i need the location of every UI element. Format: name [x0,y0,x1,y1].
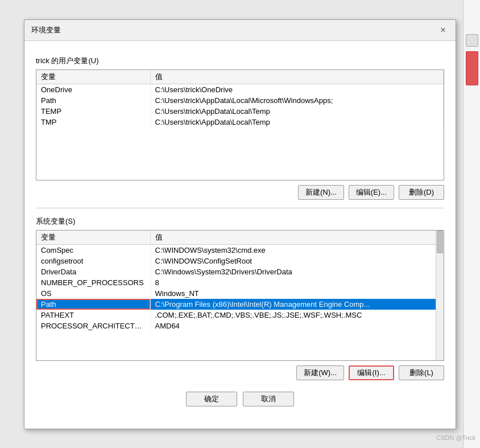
user-col-var: 变量 [36,70,150,84]
sys-var-cell: PROCESSOR_ARCHITECTURE [36,320,150,331]
backdrop: 环境变量 × trick 的用户变量(U) 变量 值 OneDriveC:\Us… [0,0,480,448]
sys-table-row[interactable]: OSWindows_NT [36,288,444,299]
sys-val-cell: C:\WINDOWS\system32\cmd.exe [150,244,444,256]
cancel-button[interactable]: 取消 [243,392,294,406]
footer-btn-row: 确定 取消 [36,392,444,406]
close-button[interactable]: × [437,24,449,36]
sys-table-row[interactable]: PathC:\Program Files (x86)\Intel\Intel(R… [36,299,444,310]
user-table: 变量 值 OneDriveC:\Users\trick\OneDrivePath… [36,70,444,128]
dialog-title: 环境变量 [31,25,61,35]
sys-table-scrollbar[interactable] [436,231,444,360]
sys-val-cell: C:\Windows\System32\Drivers\DriverData [150,266,444,277]
dialog-titlebar: 环境变量 × [24,20,456,41]
user-var-cell: Path [36,95,150,106]
sidebar [463,0,480,448]
user-val-cell: C:\Users\trick\AppData\Local\Microsoft\W… [150,95,444,106]
sys-delete-button[interactable]: 删除(L) [399,365,444,380]
dialog-body: trick 的用户变量(U) 变量 值 OneDriveC:\Users\tri… [24,41,456,416]
user-val-cell: C:\Users\trick\AppData\Local\Temp [150,106,444,117]
sys-scrollbar-thumb [437,231,443,253]
section-divider [36,208,444,208]
sys-var-cell: configsetroot [36,256,150,266]
sys-val-cell: AMD64 [150,320,444,331]
user-btn-row: 新建(N)... 编辑(E)... 删除(D) [36,185,444,200]
sys-val-cell: C:\Program Files (x86)\Intel\Intel(R) Ma… [150,299,444,310]
sys-table-row[interactable]: PATHEXT.COM;.EXE;.BAT;.CMD;.VBS;.VBE;.JS… [36,310,444,320]
sys-val-cell: C:\WINDOWS\ConfigSetRoot [150,256,444,266]
user-table-header: 变量 值 [36,70,444,84]
watermark: CSDN @Trick [436,434,475,441]
user-edit-button[interactable]: 编辑(E)... [349,185,394,200]
sys-new-button[interactable]: 新建(W)... [296,365,344,380]
sys-var-cell: ComSpec [36,244,150,256]
sys-table-row[interactable]: NUMBER_OF_PROCESSORS8 [36,277,444,288]
system-section-label: 系统变量(S) [36,216,444,227]
user-new-button[interactable]: 新建(N)... [298,185,344,200]
user-val-cell: C:\Users\trick\AppData\Local\Temp [150,117,444,128]
user-table-row[interactable]: PathC:\Users\trick\AppData\Local\Microso… [36,95,444,106]
user-delete-button[interactable]: 删除(D) [399,185,444,200]
sys-table-row[interactable]: PROCESSOR_ARCHITECTUREAMD64 [36,320,444,331]
user-val-cell: C:\Users\trick\OneDrive [150,84,444,95]
sys-col-var: 变量 [36,231,150,245]
sys-table-header: 变量 值 [36,231,444,245]
user-var-cell: OneDrive [36,84,150,95]
user-section-label: trick 的用户变量(U) [36,56,444,66]
side-btn-red [466,51,478,85]
sys-table-row[interactable]: ComSpecC:\WINDOWS\system32\cmd.exe [36,244,444,256]
user-table-row[interactable]: TMPC:\Users\trick\AppData\Local\Temp [36,117,444,128]
sys-var-cell: OS [36,288,150,299]
sys-var-cell: PATHEXT [36,310,150,320]
user-table-container: 变量 值 OneDriveC:\Users\trick\OneDrivePath… [36,69,444,180]
user-var-cell: TEMP [36,106,150,117]
sys-table-row[interactable]: configsetrootC:\WINDOWS\ConfigSetRoot [36,256,444,266]
user-col-val: 值 [150,70,444,84]
sys-btn-row: 新建(W)... 编辑(I)... 删除(L) [36,365,444,380]
side-btn-1 [466,34,478,47]
sys-col-val: 值 [150,231,444,245]
sys-edit-button[interactable]: 编辑(I)... [349,365,394,380]
sys-var-cell: NUMBER_OF_PROCESSORS [36,277,150,288]
sys-var-cell: Path [36,299,150,310]
sys-var-cell: DriverData [36,266,150,277]
user-table-row[interactable]: TEMPC:\Users\trick\AppData\Local\Temp [36,106,444,117]
sys-table-container: 变量 值 ComSpecC:\WINDOWS\system32\cmd.exec… [36,230,444,361]
sys-table: 变量 值 ComSpecC:\WINDOWS\system32\cmd.exec… [36,231,444,331]
ok-button[interactable]: 确定 [186,392,237,406]
env-variables-dialog: 环境变量 × trick 的用户变量(U) 变量 值 OneDriveC:\Us… [24,19,456,429]
user-table-row[interactable]: OneDriveC:\Users\trick\OneDrive [36,84,444,95]
user-var-cell: TMP [36,117,150,128]
sys-val-cell: 8 [150,277,444,288]
sys-val-cell: Windows_NT [150,288,444,299]
sys-table-row[interactable]: DriverDataC:\Windows\System32\Drivers\Dr… [36,266,444,277]
sys-val-cell: .COM;.EXE;.BAT;.CMD;.VBS;.VBE;.JS;.JSE;.… [150,310,444,320]
